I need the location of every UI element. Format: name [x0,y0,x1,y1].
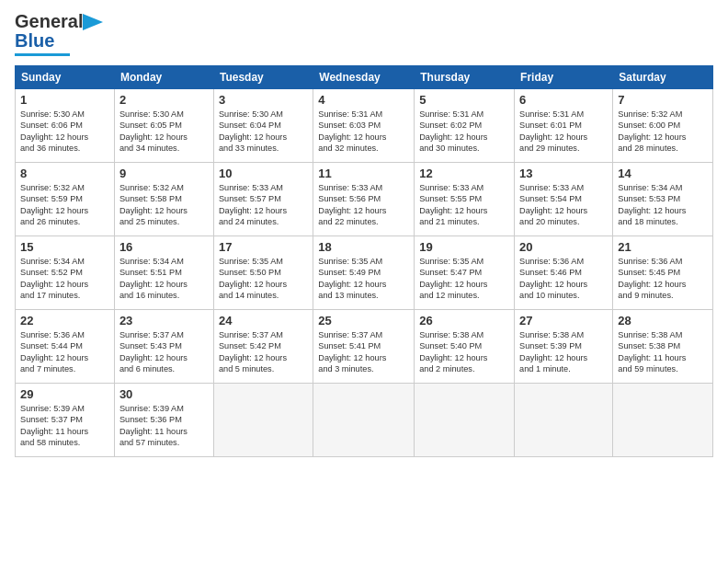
day-info: Sunrise: 5:33 AM Sunset: 5:56 PM Dayligh… [318,182,409,228]
calendar-day-23: 23Sunrise: 5:37 AM Sunset: 5:43 PM Dayli… [114,310,213,384]
calendar-week-1: 1Sunrise: 5:30 AM Sunset: 6:06 PM Daylig… [16,89,713,163]
day-info: Sunrise: 5:37 AM Sunset: 5:41 PM Dayligh… [318,329,409,375]
day-number: 11 [318,167,409,180]
day-info: Sunrise: 5:35 AM Sunset: 5:47 PM Dayligh… [419,256,509,302]
calendar-day-empty-6 [613,384,713,457]
day-info: Sunrise: 5:34 AM Sunset: 5:51 PM Dayligh… [119,256,209,302]
day-number: 28 [618,314,708,327]
day-info: Sunrise: 5:36 AM Sunset: 5:44 PM Dayligh… [20,329,109,375]
day-number: 3 [219,93,308,107]
dow-header-friday: Friday [515,66,613,89]
day-number: 25 [318,314,409,327]
day-number: 23 [119,314,209,327]
logo: General Blue [15,11,103,56]
dow-header-monday: Monday [114,66,213,89]
day-info: Sunrise: 5:38 AM Sunset: 5:38 PM Dayligh… [618,329,708,375]
day-number: 18 [318,240,409,254]
day-number: 17 [219,240,308,254]
calendar-day-30: 30Sunrise: 5:39 AM Sunset: 5:36 PM Dayli… [114,384,213,457]
calendar-day-16: 16Sunrise: 5:34 AM Sunset: 5:51 PM Dayli… [114,236,213,310]
calendar-day-21: 21Sunrise: 5:36 AM Sunset: 5:45 PM Dayli… [613,236,713,310]
day-info: Sunrise: 5:31 AM Sunset: 6:03 PM Dayligh… [318,109,409,155]
day-info: Sunrise: 5:32 AM Sunset: 5:59 PM Dayligh… [20,182,109,228]
dow-header-tuesday: Tuesday [213,66,313,89]
day-number: 15 [20,240,109,254]
day-info: Sunrise: 5:35 AM Sunset: 5:49 PM Dayligh… [318,256,409,302]
calendar-day-9: 9Sunrise: 5:32 AM Sunset: 5:58 PM Daylig… [114,163,213,236]
calendar-day-15: 15Sunrise: 5:34 AM Sunset: 5:52 PM Dayli… [16,236,115,310]
calendar-week-5: 29Sunrise: 5:39 AM Sunset: 5:37 PM Dayli… [16,384,713,457]
day-info: Sunrise: 5:35 AM Sunset: 5:50 PM Dayligh… [219,256,308,302]
calendar-day-29: 29Sunrise: 5:39 AM Sunset: 5:37 PM Dayli… [16,384,115,457]
day-number: 16 [119,240,209,254]
calendar-day-18: 18Sunrise: 5:35 AM Sunset: 5:49 PM Dayli… [313,236,415,310]
day-info: Sunrise: 5:30 AM Sunset: 6:06 PM Dayligh… [20,109,109,155]
day-info: Sunrise: 5:33 AM Sunset: 5:54 PM Dayligh… [519,182,608,228]
calendar-day-7: 7Sunrise: 5:32 AM Sunset: 6:00 PM Daylig… [613,89,713,163]
calendar-week-3: 15Sunrise: 5:34 AM Sunset: 5:52 PM Dayli… [16,236,713,310]
calendar-table: SundayMondayTuesdayWednesdayThursdayFrid… [15,65,713,457]
day-of-week-header-row: SundayMondayTuesdayWednesdayThursdayFrid… [16,66,713,89]
day-info: Sunrise: 5:38 AM Sunset: 5:40 PM Dayligh… [419,329,509,375]
day-info: Sunrise: 5:32 AM Sunset: 6:00 PM Dayligh… [618,109,708,155]
day-number: 5 [419,93,509,107]
day-info: Sunrise: 5:33 AM Sunset: 5:57 PM Dayligh… [219,182,308,228]
day-info: Sunrise: 5:34 AM Sunset: 5:52 PM Dayligh… [20,256,109,302]
logo-text-blue: Blue [15,30,54,52]
day-info: Sunrise: 5:30 AM Sunset: 6:05 PM Dayligh… [119,109,209,155]
day-info: Sunrise: 5:38 AM Sunset: 5:39 PM Dayligh… [519,329,608,375]
calendar-day-4: 4Sunrise: 5:31 AM Sunset: 6:03 PM Daylig… [313,89,415,163]
day-number: 1 [20,93,109,107]
day-number: 26 [419,314,509,327]
day-info: Sunrise: 5:33 AM Sunset: 5:55 PM Dayligh… [419,182,509,228]
day-number: 10 [219,167,308,180]
day-number: 29 [20,387,109,401]
day-info: Sunrise: 5:36 AM Sunset: 5:46 PM Dayligh… [519,256,608,302]
day-number: 24 [219,314,308,327]
calendar-day-empty-3 [313,384,415,457]
day-number: 21 [618,240,708,254]
day-number: 19 [419,240,509,254]
day-info: Sunrise: 5:31 AM Sunset: 6:01 PM Dayligh… [519,109,608,155]
calendar-week-4: 22Sunrise: 5:36 AM Sunset: 5:44 PM Dayli… [16,310,713,384]
day-number: 6 [519,93,608,107]
day-info: Sunrise: 5:39 AM Sunset: 5:36 PM Dayligh… [119,403,209,449]
calendar-day-6: 6Sunrise: 5:31 AM Sunset: 6:01 PM Daylig… [515,89,613,163]
day-number: 13 [519,167,608,180]
calendar-day-empty-4 [415,384,515,457]
calendar-day-3: 3Sunrise: 5:30 AM Sunset: 6:04 PM Daylig… [213,89,313,163]
day-info: Sunrise: 5:34 AM Sunset: 5:53 PM Dayligh… [618,182,708,228]
day-number: 12 [419,167,509,180]
day-number: 2 [119,93,209,107]
logo-underline [15,53,70,56]
day-number: 14 [618,167,708,180]
calendar-day-14: 14Sunrise: 5:34 AM Sunset: 5:53 PM Dayli… [613,163,713,236]
calendar-day-22: 22Sunrise: 5:36 AM Sunset: 5:44 PM Dayli… [16,310,115,384]
day-info: Sunrise: 5:30 AM Sunset: 6:04 PM Dayligh… [219,109,308,155]
day-number: 20 [519,240,608,254]
day-info: Sunrise: 5:31 AM Sunset: 6:02 PM Dayligh… [419,109,509,155]
calendar-day-8: 8Sunrise: 5:32 AM Sunset: 5:59 PM Daylig… [16,163,115,236]
calendar-day-25: 25Sunrise: 5:37 AM Sunset: 5:41 PM Dayli… [313,310,415,384]
day-number: 30 [119,387,209,401]
dow-header-sunday: Sunday [16,66,115,89]
calendar-week-2: 8Sunrise: 5:32 AM Sunset: 5:59 PM Daylig… [16,163,713,236]
calendar-day-20: 20Sunrise: 5:36 AM Sunset: 5:46 PM Dayli… [515,236,613,310]
dow-header-saturday: Saturday [613,66,713,89]
calendar-day-empty-2 [213,384,313,457]
dow-header-wednesday: Wednesday [313,66,415,89]
calendar-day-12: 12Sunrise: 5:33 AM Sunset: 5:55 PM Dayli… [415,163,515,236]
calendar-day-1: 1Sunrise: 5:30 AM Sunset: 6:06 PM Daylig… [16,89,115,163]
calendar-day-2: 2Sunrise: 5:30 AM Sunset: 6:05 PM Daylig… [114,89,213,163]
calendar-body: 1Sunrise: 5:30 AM Sunset: 6:06 PM Daylig… [16,89,713,457]
day-number: 7 [618,93,708,107]
day-number: 4 [318,93,409,107]
day-number: 27 [519,314,608,327]
calendar-day-empty-5 [515,384,613,457]
calendar-day-24: 24Sunrise: 5:37 AM Sunset: 5:42 PM Dayli… [213,310,313,384]
calendar-day-26: 26Sunrise: 5:38 AM Sunset: 5:40 PM Dayli… [415,310,515,384]
calendar-day-28: 28Sunrise: 5:38 AM Sunset: 5:38 PM Dayli… [613,310,713,384]
calendar-day-27: 27Sunrise: 5:38 AM Sunset: 5:39 PM Dayli… [515,310,613,384]
day-number: 9 [119,167,209,180]
day-info: Sunrise: 5:36 AM Sunset: 5:45 PM Dayligh… [618,256,708,302]
